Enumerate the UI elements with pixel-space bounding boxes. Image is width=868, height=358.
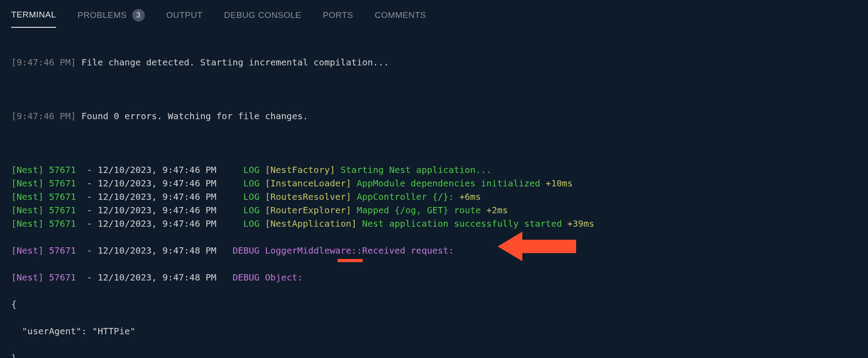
log-line: [Nest] 57671 - 12/10/2023, 9:47:48 PM DE… (11, 244, 857, 257)
json-brace: { (11, 298, 857, 311)
timestamp: [9:47:46 PM] (11, 111, 76, 121)
log-timing: +2ms (481, 205, 508, 216)
log-timing: +39ms (562, 218, 594, 229)
log-level: LOG (243, 218, 260, 229)
blank-line (11, 82, 857, 96)
log-message: Starting Nest application... (335, 164, 492, 175)
log-line: [Nest] 57671 - 12/10/2023, 9:47:46 PM LO… (11, 177, 857, 190)
log-level: LOG (243, 178, 260, 189)
log-line: [9:47:46 PM] Found 0 errors. Watching fo… (11, 109, 857, 123)
nest-log-block: [Nest] 57671 - 12/10/2023, 9:47:46 PM LO… (11, 163, 857, 230)
timestamp: 12/10/2023, 9:47:48 PM (98, 272, 217, 283)
panel-tab-bar: TERMINAL PROBLEMS 3 OUTPUT DEBUG CONSOLE… (0, 0, 868, 29)
nest-prefix: [Nest] 57671 (11, 272, 76, 283)
tab-terminal[interactable]: TERMINAL (11, 10, 56, 28)
log-level: DEBUG (233, 272, 260, 283)
timestamp: 12/10/2023, 9:47:46 PM (98, 218, 217, 229)
log-message: Object: (260, 272, 303, 283)
nest-prefix: [Nest] 57671 (11, 178, 76, 189)
timestamp: 12/10/2023, 9:47:46 PM (98, 178, 217, 189)
json-brace: } (11, 351, 857, 358)
timestamp: 12/10/2023, 9:47:46 PM (98, 191, 217, 202)
log-line: [9:47:46 PM] File change detected. Start… (11, 56, 857, 69)
timestamp: [9:47:46 PM] (11, 57, 76, 68)
log-message: Mapped {/og, GET} route (352, 205, 481, 216)
log-line: [Nest] 57671 - 12/10/2023, 9:47:48 PM DE… (11, 271, 857, 284)
log-line: [Nest] 57671 - 12/10/2023, 9:47:46 PM LO… (11, 163, 857, 177)
tab-problems-label: PROBLEMS (78, 10, 127, 20)
nest-prefix: [Nest] 57671 (11, 218, 76, 229)
timestamp: 12/10/2023, 9:47:46 PM (98, 205, 217, 216)
log-level: LOG (243, 205, 260, 216)
tab-output[interactable]: OUTPUT (166, 10, 203, 27)
problems-badge: 3 (132, 9, 145, 22)
tab-comments[interactable]: COMMENTS (375, 10, 426, 27)
log-line: [Nest] 57671 - 12/10/2023, 9:47:46 PM LO… (11, 203, 857, 217)
log-message: Nest application successfully started (357, 218, 562, 229)
tab-problems[interactable]: PROBLEMS 3 (78, 9, 145, 29)
nest-prefix: [Nest] 57671 (11, 191, 76, 202)
log-message: File change detected. Starting increment… (76, 57, 389, 68)
log-timing: +10ms (540, 178, 573, 189)
log-line: [Nest] 57671 - 12/10/2023, 9:47:46 PM LO… (11, 217, 857, 230)
nest-prefix: [Nest] 57671 (11, 205, 76, 216)
log-line: [Nest] 57671 - 12/10/2023, 9:47:46 PM LO… (11, 190, 857, 203)
terminal-output[interactable]: [9:47:46 PM] File change detected. Start… (0, 29, 868, 358)
log-message: AppController {/}: (352, 191, 454, 202)
log-level: LOG (243, 191, 260, 202)
log-message: LoggerMiddleware::Received request: (260, 245, 454, 256)
log-level: LOG (243, 164, 260, 175)
log-context: [RoutesResolver] (260, 191, 352, 202)
json-body: "userAgent": "HTTPie" (11, 324, 857, 338)
log-message: Found 0 errors. Watching for file change… (76, 111, 308, 121)
nest-prefix: [Nest] 57671 (11, 164, 76, 175)
blank-line (11, 136, 857, 150)
tab-debug-console[interactable]: DEBUG CONSOLE (224, 10, 301, 27)
timestamp: 12/10/2023, 9:47:48 PM (98, 245, 217, 256)
log-message: AppModule dependencies initialized (352, 178, 540, 189)
log-timing: +6ms (454, 191, 481, 202)
nest-prefix: [Nest] 57671 (11, 245, 76, 256)
log-level: DEBUG (233, 245, 260, 256)
log-context: [NestFactory] (260, 164, 335, 175)
log-context: [RouterExplorer] (260, 205, 352, 216)
log-context: [NestApplication] (260, 218, 357, 229)
log-context: [InstanceLoader] (260, 178, 352, 189)
tab-ports[interactable]: PORTS (323, 10, 353, 27)
timestamp: 12/10/2023, 9:47:46 PM (98, 164, 217, 175)
